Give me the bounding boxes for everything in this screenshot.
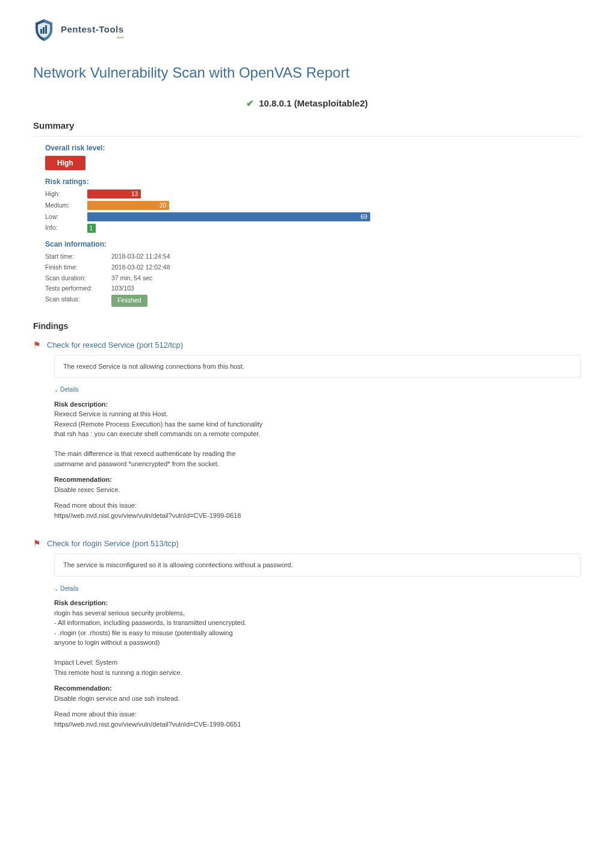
finding-title: Check for rexecd Service (port 512/tcp) xyxy=(47,339,183,351)
chevron-down-icon: ⌄ xyxy=(54,586,59,592)
duration-value: 37 min, 54 sec xyxy=(111,274,152,283)
shield-icon xyxy=(33,18,61,45)
finding-title: Check for rlogin Service (port 513/tcp) xyxy=(47,538,179,550)
status-label: Scan status: xyxy=(45,295,111,307)
duration-label: Scan duration: xyxy=(45,274,111,283)
logo-subtext: .com xyxy=(61,35,124,40)
risk-ratings-label: Risk ratings: xyxy=(45,176,581,187)
finding-details: Risk description: rlogin has several ser… xyxy=(54,598,581,729)
status-badge: Finished xyxy=(111,295,147,307)
start-time-value: 2018-03-02 11:24:54 xyxy=(111,252,170,262)
details-toggle[interactable]: ⌄Details xyxy=(54,385,79,395)
rating-row: Info:1 xyxy=(45,223,581,233)
page-title: Network Vulnerability Scan with OpenVAS … xyxy=(33,62,581,84)
tests-value: 103/103 xyxy=(111,284,134,294)
rating-label: Medium: xyxy=(45,201,87,211)
recommendation-label: Recommendation: xyxy=(54,476,112,483)
risk-level-badge: High xyxy=(45,156,85,170)
check-icon: ✔ xyxy=(246,98,254,108)
rating-bar: 13 xyxy=(87,189,141,199)
finding-header: ⚑ Check for rlogin Service (port 513/tcp… xyxy=(33,537,581,550)
flag-icon: ⚑ xyxy=(33,339,41,351)
rating-row: Low:69 xyxy=(45,212,581,222)
finding: ⚑ Check for rlogin Service (port 513/tcp… xyxy=(33,537,581,729)
target-name: (Metasploitable2) xyxy=(294,98,368,108)
finding-summary: The service is misconfigured so it is al… xyxy=(54,553,581,577)
rating-label: Low: xyxy=(45,212,87,222)
finding: ⚑ Check for rexecd Service (port 512/tcp… xyxy=(33,339,581,521)
chevron-down-icon: ⌄ xyxy=(54,387,59,393)
target-ip: 10.8.0.1 xyxy=(259,98,291,108)
recommendation-label: Recommendation: xyxy=(54,685,112,692)
tests-label: Tests performed: xyxy=(45,284,111,294)
finish-time-label: Finish time: xyxy=(45,263,111,272)
rating-label: High: xyxy=(45,189,87,199)
rating-bar: 20 xyxy=(87,201,169,210)
read-more-label: Read more about this issue: xyxy=(54,502,137,509)
summary-section: Summary Overall risk level: High Risk ra… xyxy=(33,119,581,307)
target-line: ✔ 10.8.0.1 (Metasploitable2) xyxy=(33,97,581,111)
rating-row: Medium:20 xyxy=(45,201,581,211)
summary-heading: Summary xyxy=(33,119,581,137)
finding-details: Risk description: Rexecd Service is runn… xyxy=(54,399,581,521)
scan-info-label: Scan information: xyxy=(45,239,581,250)
rating-bar: 69 xyxy=(87,212,370,221)
read-more-label: Read more about this issue: xyxy=(54,710,137,718)
rating-label: Info: xyxy=(45,223,87,233)
overall-risk-label: Overall risk level: xyxy=(45,143,581,153)
risk-desc-label: Risk description: xyxy=(54,599,108,606)
findings-heading: Findings xyxy=(33,320,581,333)
flag-icon: ⚑ xyxy=(33,537,41,550)
finding-header: ⚑ Check for rexecd Service (port 512/tcp… xyxy=(33,339,581,351)
rating-row: High:13 xyxy=(45,189,581,199)
start-time-label: Start time: xyxy=(45,252,111,262)
rating-bar: 1 xyxy=(87,224,96,233)
finish-time-value: 2018-03-02 12:02:48 xyxy=(111,263,170,272)
details-toggle[interactable]: ⌄Details xyxy=(54,584,79,594)
logo-text: Pentest-Tools xyxy=(61,24,124,34)
risk-desc-label: Risk description: xyxy=(54,401,108,408)
finding-summary: The rexecd Service is not allowing conne… xyxy=(54,355,581,378)
logo: Pentest-Tools .com xyxy=(33,18,581,45)
